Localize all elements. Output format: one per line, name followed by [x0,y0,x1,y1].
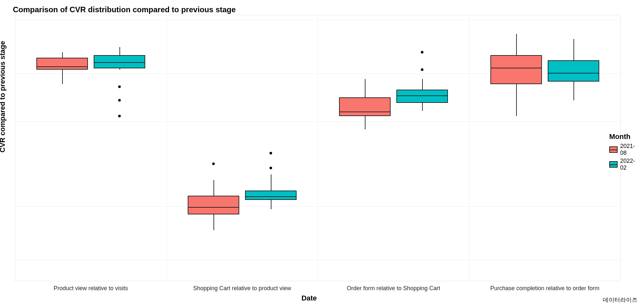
legend-item-label: 2022-02 [620,158,641,171]
median-line [246,196,296,197]
whisker [573,39,574,60]
x-category-label: Order form relative to Shopping Cart [347,285,440,292]
x-category-label: Shopping Cart relative to product view [193,285,291,292]
outlier-point [421,68,423,71]
median-line [548,73,599,74]
outlier-point [118,115,121,117]
whisker [119,47,120,55]
x-category-label: Purchase completion relative to order fo… [490,285,599,292]
chart-container: Comparison of CVR distribution compared … [0,0,644,305]
box-202202-1 [245,191,297,200]
legend-title: Month [609,133,641,141]
outlier-point [118,99,121,102]
median-line [491,68,541,68]
outlier-point [118,85,121,88]
whisker [365,116,365,129]
whisker [422,79,423,90]
box-202108-2 [339,97,391,116]
whisker [119,68,120,70]
median-line [37,66,87,67]
y-axis-label: CVR compared to previous stage [0,41,7,152]
box-202108-3 [490,55,542,84]
whisker [62,52,63,57]
chart-caption: 데이터라이즈 [603,296,638,304]
legend-key-icon [609,146,618,153]
outlier-point [270,152,272,154]
box-202202-3 [548,60,599,82]
x-category-label: Product view relative to visits [53,285,128,292]
whisker [213,180,214,196]
legend-key-icon [609,161,618,168]
median-line [188,207,239,208]
x-axis-label: Date [301,294,317,302]
median-line [94,62,145,63]
legend-item-label: 2021-08 [620,143,641,156]
whisker [213,214,214,230]
outlier-point [421,51,423,54]
whisker [516,84,517,116]
panel-separator [318,15,318,281]
whisker [573,82,574,100]
outlier-point [212,162,215,165]
median-line [340,112,390,112]
whisker [271,200,271,209]
legend-item-2021-08: 2021-08 [609,143,641,156]
box-202108-0 [36,58,88,70]
outlier-point [270,167,272,169]
median-line [397,95,447,96]
whisker [422,103,423,111]
whisker [516,34,517,55]
panel-separator [469,15,469,281]
legend-item-2022-02: 2022-02 [609,158,641,171]
chart-title: Comparison of CVR distribution compared … [13,5,638,14]
legend: Month 2021-08 2022-02 [609,133,641,172]
box-202202-2 [396,90,448,103]
whisker [271,174,271,190]
panel-separator [166,15,167,281]
box-202202-0 [94,55,145,68]
plot-area: Product view relative to visitsShopping … [15,15,621,281]
box-202108-1 [188,196,239,214]
whisker [62,70,63,84]
whisker [365,79,365,98]
